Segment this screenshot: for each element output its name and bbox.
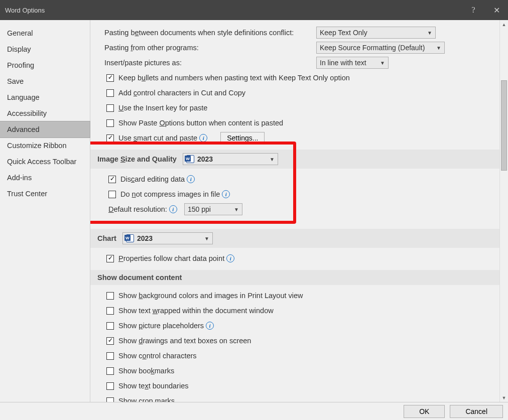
nav-accessibility[interactable]: Accessibility <box>0 105 90 121</box>
checkbox-icon <box>108 176 116 183</box>
paste-other-programs-label: Pasting from other programs: <box>104 44 199 52</box>
info-icon[interactable]: i <box>206 322 214 330</box>
dialog-title: Word Options <box>5 7 45 14</box>
nav-general[interactable]: General <box>0 25 90 41</box>
scroll-up-icon[interactable]: ▲ <box>500 20 508 29</box>
document-content-header: Show document content <box>90 270 508 285</box>
show-crop-checkbox[interactable]: Show crop marks <box>106 397 175 402</box>
scroll-thumb[interactable] <box>501 80 507 171</box>
nav-trustcenter[interactable]: Trust Center <box>0 186 90 202</box>
show-drawings-checkbox[interactable]: Show drawings and text boxes on screen <box>106 337 251 345</box>
nav-save[interactable]: Save <box>0 73 90 89</box>
chart-doc-dropdown[interactable]: 2023▼ <box>122 232 213 244</box>
checkbox-icon <box>106 292 114 300</box>
dialog-footer: OK Cancel <box>0 402 508 420</box>
info-icon[interactable]: i <box>226 254 234 262</box>
show-bookmarks-checkbox[interactable]: Show bookmarks <box>106 367 174 375</box>
checkbox-icon <box>106 89 114 97</box>
checkbox-icon <box>106 397 114 402</box>
paste-other-programs-dropdown[interactable]: Keep Source Formatting (Default)▼ <box>316 42 445 54</box>
no-compress-checkbox[interactable]: Do not compress images in file <box>108 190 220 198</box>
show-wrap-checkbox[interactable]: Show text wrapped within the document wi… <box>106 307 274 315</box>
keep-bullets-checkbox[interactable]: Keep bullets and numbers when pasting te… <box>106 74 350 82</box>
nav-addins[interactable]: Add-ins <box>0 170 90 186</box>
checkbox-icon <box>106 119 114 127</box>
checkbox-icon <box>106 134 114 142</box>
show-bg-checkbox[interactable]: Show background colors and images in Pri… <box>106 292 303 300</box>
info-icon[interactable]: i <box>187 175 195 183</box>
info-icon[interactable]: i <box>169 205 177 213</box>
nav-advanced[interactable]: Advanced <box>0 121 90 138</box>
show-boundaries-checkbox[interactable]: Show text boundaries <box>106 382 188 390</box>
insert-pictures-dropdown[interactable]: In line with text▼ <box>316 57 389 69</box>
chevron-down-icon: ▼ <box>376 60 385 66</box>
chevron-down-icon: ▼ <box>423 30 432 36</box>
chevron-down-icon: ▼ <box>432 45 441 51</box>
smart-cut-checkbox[interactable]: Use smart cut and paste <box>106 134 197 142</box>
nav-language[interactable]: Language <box>0 89 90 105</box>
control-chars-checkbox[interactable]: Add control characters in Cut and Copy <box>106 89 245 97</box>
help-button[interactable]: ? <box>462 0 485 20</box>
chevron-down-icon: ▼ <box>230 207 239 212</box>
nav-proofing[interactable]: Proofing <box>0 57 90 73</box>
chevron-down-icon: ▼ <box>200 236 209 241</box>
default-resolution-dropdown[interactable]: 150 ppi▼ <box>184 203 242 215</box>
chart-header: Chart 2023▼ <box>90 229 508 248</box>
cancel-button[interactable]: Cancel <box>450 405 503 418</box>
options-content: Pasting between documents when style def… <box>90 20 508 402</box>
checkbox-icon <box>106 74 114 82</box>
paste-options-checkbox[interactable]: Show Paste Options button when content i… <box>106 119 283 127</box>
image-quality-doc-dropdown[interactable]: 2023▼ <box>183 153 278 165</box>
word-doc-icon <box>186 155 194 163</box>
show-ctrlchars-checkbox[interactable]: Show control characters <box>106 352 197 360</box>
checkbox-icon <box>106 307 114 315</box>
smart-cut-settings-button[interactable]: Settings... <box>220 132 265 144</box>
checkbox-icon <box>106 104 114 112</box>
checkbox-icon <box>106 337 114 345</box>
checkbox-icon <box>108 191 116 198</box>
checkbox-icon <box>106 322 114 330</box>
nav-qat[interactable]: Quick Access Toolbar <box>0 154 90 170</box>
chart-props-checkbox[interactable]: Properties follow chart data point <box>106 254 224 262</box>
checkbox-icon <box>106 382 114 390</box>
discard-editing-checkbox[interactable]: Discard editing data <box>108 175 185 183</box>
insert-pictures-label: Insert/paste pictures as: <box>104 59 182 67</box>
vertical-scrollbar[interactable]: ▲ ▼ <box>499 20 508 402</box>
titlebar: Word Options ? ✕ <box>0 0 508 20</box>
nav-customize-ribbon[interactable]: Customize Ribbon <box>0 137 90 154</box>
checkbox-icon <box>106 255 114 262</box>
ok-button[interactable]: OK <box>404 405 445 418</box>
info-icon[interactable]: i <box>199 134 207 142</box>
info-icon[interactable]: i <box>222 190 230 198</box>
insert-key-checkbox[interactable]: Use the Insert key for paste <box>106 104 207 112</box>
paste-between-docs-dropdown[interactable]: Keep Text Only▼ <box>316 27 436 39</box>
close-button[interactable]: ✕ <box>485 0 508 20</box>
word-doc-icon <box>126 234 134 242</box>
nav-display[interactable]: Display <box>0 41 90 57</box>
show-placeholders-checkbox[interactable]: Show picture placeholders <box>106 322 204 330</box>
scroll-down-icon[interactable]: ▼ <box>500 393 508 402</box>
checkbox-icon <box>106 352 114 360</box>
paste-between-docs-label: Pasting between documents when style def… <box>104 29 294 37</box>
chevron-down-icon: ▼ <box>266 157 275 162</box>
category-sidebar: General Display Proofing Save Language A… <box>0 20 90 402</box>
checkbox-icon <box>106 367 114 375</box>
default-resolution-label: Default resolution: <box>108 205 167 213</box>
image-quality-header: Image Size and Quality 2023▼ <box>90 150 508 169</box>
